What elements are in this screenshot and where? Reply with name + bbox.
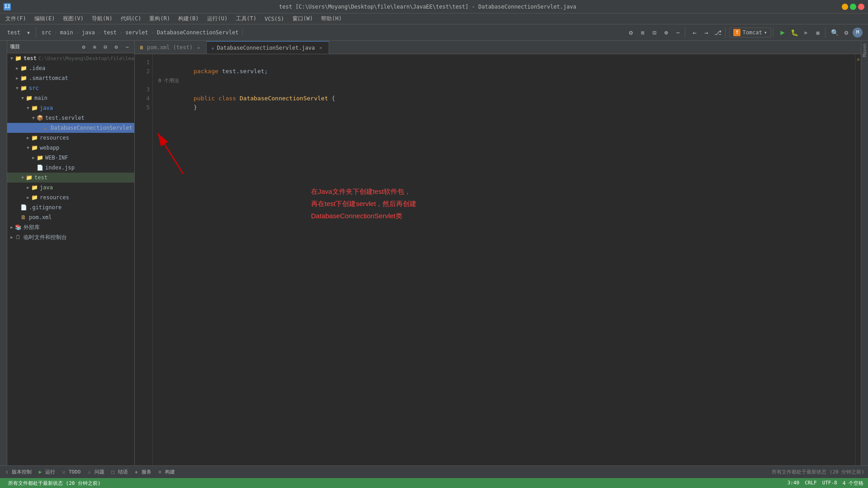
tomcat-label: Tomcat — [742, 29, 762, 36]
tree-item-idea[interactable]: ▶ 📁 .idea — [7, 63, 134, 73]
run-button[interactable]: ▶ — [777, 27, 788, 38]
project-settings-btn[interactable]: ⚙ — [112, 42, 121, 52]
tree-item-webinf[interactable]: ▶ 📁 WEB-INF — [7, 153, 134, 163]
tree-label-src: src — [29, 85, 39, 91]
run-icon: ▶ — [37, 469, 43, 475]
problems-label: 问题 — [94, 469, 104, 475]
run-btn[interactable]: ▶ 运行 — [37, 469, 55, 475]
app-icon: IJ — [4, 3, 11, 10]
problems-btn[interactable]: ⚠ 问题 — [86, 469, 104, 475]
status-message: 所有文件都处于最新状态 (20 分钟之前) — [5, 480, 104, 487]
project-collapse-btn[interactable]: ⊟ — [101, 42, 110, 52]
svg-line-1 — [158, 133, 183, 174]
tomcat-config-btn[interactable]: T Tomcat ▾ — [729, 28, 771, 38]
tree-label-main: main — [34, 95, 47, 101]
menu-edit[interactable]: 编辑(E) — [31, 14, 59, 23]
tree-item-test-dir[interactable]: ▼ 📁 test — [7, 173, 134, 183]
menu-refactor[interactable]: 重构(R) — [146, 14, 174, 23]
menu-vcs[interactable]: VCS(S) — [261, 15, 288, 23]
toolbar-src: src — [40, 29, 53, 36]
menu-window[interactable]: 窗口(W) — [289, 14, 317, 23]
version-control-btn[interactable]: ↕ 版本控制 — [4, 469, 32, 475]
tree-item-external-libs[interactable]: ▶ 📚 外部库 — [7, 222, 134, 232]
tab-pom-close[interactable]: ✕ — [195, 44, 202, 51]
editor-tabs: 🗎 pom.xml (test) ✕ ☕ DatabaseConnectionS… — [135, 41, 861, 54]
toolbar-bookmark-btn[interactable]: ⊕ — [660, 27, 671, 38]
toolbar-vcs-group: ← → ⎇ — [687, 27, 726, 38]
profile-btn[interactable]: M — [853, 28, 863, 38]
coverage-button[interactable]: ▶ — [801, 27, 811, 38]
version-control-label: 版本控制 — [12, 469, 32, 475]
maximize-button[interactable] — [850, 4, 856, 10]
services-btn[interactable]: ◈ 服务 — [133, 469, 151, 475]
tree-item-main[interactable]: ▼ 📁 main — [7, 93, 134, 103]
tree-label-test-resources: resources — [40, 194, 69, 201]
tree-label-webinf: WEB-INF — [45, 155, 68, 161]
close-button[interactable] — [858, 4, 864, 10]
project-layout-btn[interactable]: ≡ — [90, 42, 99, 52]
toolbar-settings-btn[interactable]: ⚙ — [625, 27, 636, 38]
tree-arrow-test-resources: ▶ — [25, 195, 31, 200]
toolbar-layout-btn[interactable]: ≡ — [637, 27, 648, 38]
annotation-line2: 再在test下创建servlet，然后再创建 — [311, 197, 416, 210]
menu-tools[interactable]: 工具(T) — [232, 14, 260, 23]
todo-btn[interactable]: ☑ TODO — [61, 469, 81, 475]
build-icon: ⚙ — [157, 469, 163, 475]
tree-item-resources-main[interactable]: ▶ 📁 resources — [7, 133, 134, 143]
left-panel-structure[interactable]: 结构 — [0, 41, 8, 46]
tree-label-test-dir: test — [34, 174, 47, 181]
toolbar-minus-btn[interactable]: − — [672, 27, 683, 38]
menu-view[interactable]: 视图(V) — [59, 14, 87, 23]
settings-btn[interactable]: ⚙ — [841, 27, 852, 38]
tree-arrow-java: ▼ — [25, 105, 31, 111]
tomcat-icon: T — [733, 29, 741, 36]
tree-item-indexjsp[interactable]: 📄 index.jsp — [7, 163, 134, 173]
tab-pom[interactable]: 🗎 pom.xml (test) ✕ — [135, 41, 207, 54]
right-panel-label[interactable]: Maven — [861, 41, 868, 60]
status-spaces: 4 个空格 — [843, 480, 863, 487]
toolbar-branch-btn[interactable]: ⎇ — [712, 27, 723, 38]
tree-label-root: test — [24, 55, 37, 61]
tree-item-root[interactable]: ▼ 📁 test C:\Users\Moyang\Desktop\file\le… — [7, 53, 134, 63]
tree-icon-smarttomcat: 📁 — [20, 75, 27, 82]
problems-icon: ⚠ — [86, 469, 93, 475]
toolbar-sidebar-btn[interactable]: ⊡ — [649, 27, 660, 38]
menu-run[interactable]: 运行(U) — [203, 14, 231, 23]
menu-build[interactable]: 构建(B) — [175, 14, 203, 23]
terminal-btn[interactable]: □ 结语 — [110, 469, 128, 475]
tree-item-webapp[interactable]: ▼ 📁 webapp — [7, 143, 134, 153]
tree-item-java[interactable]: ▼ 📁 java — [7, 103, 134, 113]
tree-item-scratch[interactable]: ▶ 🗒 临时文件和控制台 — [7, 232, 134, 242]
tree-item-test-resources[interactable]: ▶ 📁 resources — [7, 192, 134, 202]
tree-item-dbservlet[interactable]: ☕ DatabaseConnectionServlet — [7, 123, 134, 133]
line-num-5: 4 — [137, 94, 150, 103]
tree-arrow-testservlet: ▼ — [31, 115, 36, 121]
tab-dbservlet[interactable]: ☕ DatabaseConnectionServlet.java ✕ — [207, 41, 329, 54]
stop-button[interactable]: ◼ — [812, 27, 823, 38]
debug-button[interactable]: 🐛 — [789, 27, 800, 38]
tree-item-src[interactable]: ▼ 📁 src — [7, 83, 134, 93]
project-gear-btn[interactable]: ⚙ — [79, 42, 88, 52]
build-btn[interactable]: ⚙ 构建 — [157, 469, 175, 475]
toolbar-forward-btn[interactable]: → — [701, 27, 712, 38]
tree-item-pomxml[interactable]: 🗎 pom.xml — [7, 212, 134, 222]
tree-item-test-java[interactable]: ▶ 📁 java — [7, 183, 134, 192]
minimize-button[interactable] — [842, 4, 848, 10]
tree-icon-testservlet: 📦 — [36, 114, 43, 122]
menu-code[interactable]: 代码(C) — [117, 14, 145, 23]
toolbar-back-btn[interactable]: ← — [689, 27, 700, 38]
menu-help[interactable]: 帮助(H) — [317, 14, 345, 23]
tree-item-testservlet[interactable]: ▼ 📦 test.servlet — [7, 113, 134, 123]
tree-item-smarttomcat[interactable]: ▶ 📁 .smarttomcat — [7, 73, 134, 83]
search-btn[interactable]: 🔍 — [829, 27, 840, 38]
project-close-btn[interactable]: − — [123, 42, 132, 52]
code-content[interactable]: package test.servlet; 0 个用法 public class… — [153, 54, 861, 465]
menu-navigate[interactable]: 导航(N) — [88, 14, 116, 23]
menu-file[interactable]: 文件(F) — [2, 14, 30, 23]
tab-dbservlet-close[interactable]: ✕ — [318, 45, 324, 51]
toolbar-dropdown-btn[interactable]: ▾ — [23, 27, 34, 38]
tree-item-gitignore[interactable]: 📄 .gitignore — [7, 202, 134, 212]
window-controls[interactable] — [842, 4, 864, 10]
line-num-1: 1 — [137, 58, 150, 67]
version-control-icon: ↕ — [4, 469, 10, 475]
